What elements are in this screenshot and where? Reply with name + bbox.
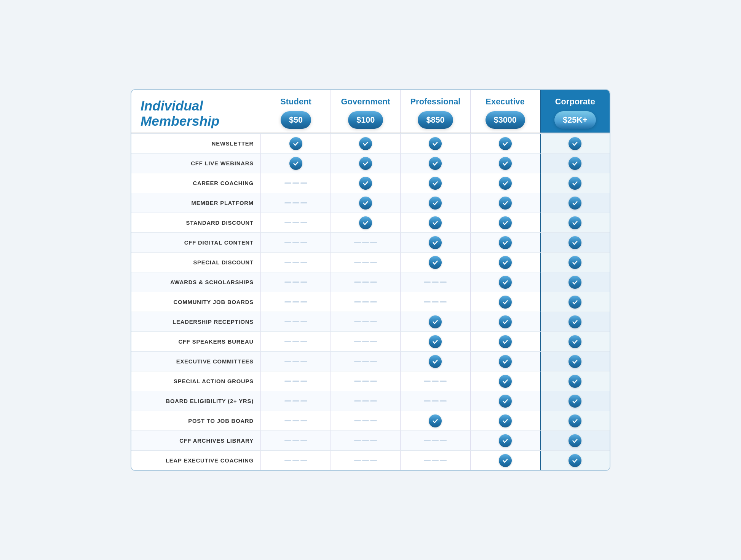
- feature-cell-13-2: [400, 391, 470, 411]
- feature-cell-16-1: [331, 451, 400, 470]
- check-icon: [569, 216, 581, 229]
- feature-cell-13-3: [470, 391, 540, 411]
- feature-cell-16-4: [540, 451, 610, 470]
- table-row: NEWSLETTER: [131, 133, 610, 153]
- dash-group: [424, 440, 447, 441]
- check-icon: [359, 197, 372, 210]
- check-icon: [569, 296, 581, 309]
- check-icon: [499, 315, 512, 328]
- dash-group: [284, 400, 307, 402]
- feature-cell-1-2: [400, 154, 470, 173]
- feature-cell-14-3: [470, 411, 540, 430]
- check-icon: [499, 395, 512, 408]
- feature-cell-0-3: [470, 134, 540, 153]
- table-row: EXECUTIVE COMMITTEES: [131, 351, 610, 371]
- feature-name: MEMBER PLATFORM: [131, 193, 261, 213]
- feature-cell-9-0: [261, 312, 331, 331]
- check-icon: [359, 157, 372, 170]
- dash-group: [284, 381, 307, 382]
- feature-cell-6-3: [470, 253, 540, 272]
- feature-name: LEADERSHIP RECEPTIONS: [131, 312, 261, 331]
- dash-group: [284, 182, 307, 184]
- col-label-government: Government: [341, 97, 390, 107]
- dash-group: [284, 341, 307, 342]
- check-icon: [289, 137, 302, 150]
- feature-cell-11-3: [470, 352, 540, 371]
- check-icon: [429, 236, 442, 249]
- header-col-student: Student$50: [261, 90, 331, 133]
- dash-group: [354, 242, 377, 243]
- check-icon: [429, 315, 442, 328]
- table-title: IndividualMembership: [131, 90, 261, 133]
- check-icon: [429, 216, 442, 229]
- feature-cell-10-4: [540, 332, 610, 351]
- feature-cell-2-0: [261, 173, 331, 193]
- check-icon: [359, 177, 372, 190]
- title-text: IndividualMembership: [141, 98, 219, 129]
- feature-cell-11-0: [261, 352, 331, 371]
- dash-group: [284, 440, 307, 441]
- check-icon: [569, 335, 581, 348]
- check-icon: [429, 177, 442, 190]
- feature-cell-7-0: [261, 272, 331, 292]
- feature-cell-16-2: [400, 451, 470, 470]
- check-icon: [569, 177, 581, 190]
- table-row: POST TO JOB BOARD: [131, 411, 610, 430]
- check-icon: [569, 414, 581, 427]
- header-col-corporate: Corporate$25K+: [540, 90, 610, 133]
- check-icon: [429, 355, 442, 368]
- check-icon: [359, 137, 372, 150]
- feature-cell-7-4: [540, 272, 610, 292]
- feature-cell-5-3: [470, 233, 540, 252]
- feature-name: CFF SPEAKERS BUREAU: [131, 332, 261, 351]
- table-row: COMMUNITY JOB BOARDS: [131, 292, 610, 312]
- col-label-student: Student: [280, 97, 311, 107]
- feature-cell-10-1: [331, 332, 400, 351]
- table-row: CAREER COACHING: [131, 173, 610, 193]
- feature-cell-10-2: [400, 332, 470, 351]
- feature-cell-7-2: [400, 272, 470, 292]
- feature-cell-4-4: [540, 213, 610, 232]
- feature-cell-6-2: [400, 253, 470, 272]
- feature-cell-3-1: [331, 193, 400, 213]
- price-badge-executive: $3000: [485, 111, 525, 129]
- dash-group: [284, 242, 307, 243]
- membership-table: IndividualMembership Student$50Governmen…: [131, 89, 610, 471]
- feature-cell-9-4: [540, 312, 610, 331]
- feature-cell-15-0: [261, 431, 331, 450]
- dash-group: [284, 262, 307, 263]
- feature-cell-9-1: [331, 312, 400, 331]
- feature-name: CFF LIVE WEBINARS: [131, 154, 261, 173]
- price-badge-corporate: $25K+: [554, 111, 596, 129]
- feature-name: CFF DIGITAL CONTENT: [131, 233, 261, 252]
- check-icon: [569, 454, 581, 467]
- feature-cell-9-2: [400, 312, 470, 331]
- table-row: SPECIAL ACTION GROUPS: [131, 371, 610, 391]
- dash-group: [424, 282, 447, 283]
- check-icon: [429, 197, 442, 210]
- feature-cell-7-1: [331, 272, 400, 292]
- check-icon: [499, 414, 512, 427]
- feature-name: EXECUTIVE COMMITTEES: [131, 352, 261, 371]
- check-icon: [359, 216, 372, 229]
- dash-group: [284, 282, 307, 283]
- feature-cell-5-4: [540, 233, 610, 252]
- feature-cell-2-2: [400, 173, 470, 193]
- check-icon: [499, 157, 512, 170]
- table-row: BOARD ELIGIBILITY (2+ YRS): [131, 391, 610, 411]
- feature-cell-13-1: [331, 391, 400, 411]
- col-label-professional: Professional: [410, 97, 460, 107]
- feature-cell-2-3: [470, 173, 540, 193]
- table-row: LEADERSHIP RECEPTIONS: [131, 312, 610, 331]
- feature-cell-12-0: [261, 371, 331, 391]
- dash-group: [284, 460, 307, 461]
- feature-cell-9-3: [470, 312, 540, 331]
- feature-cell-15-3: [470, 431, 540, 450]
- check-icon: [499, 197, 512, 210]
- check-icon: [569, 434, 581, 447]
- feature-cell-11-4: [540, 352, 610, 371]
- dash-group: [354, 460, 377, 461]
- feature-cell-1-3: [470, 154, 540, 173]
- feature-cell-2-1: [331, 173, 400, 193]
- header-row: IndividualMembership Student$50Governmen…: [131, 90, 610, 134]
